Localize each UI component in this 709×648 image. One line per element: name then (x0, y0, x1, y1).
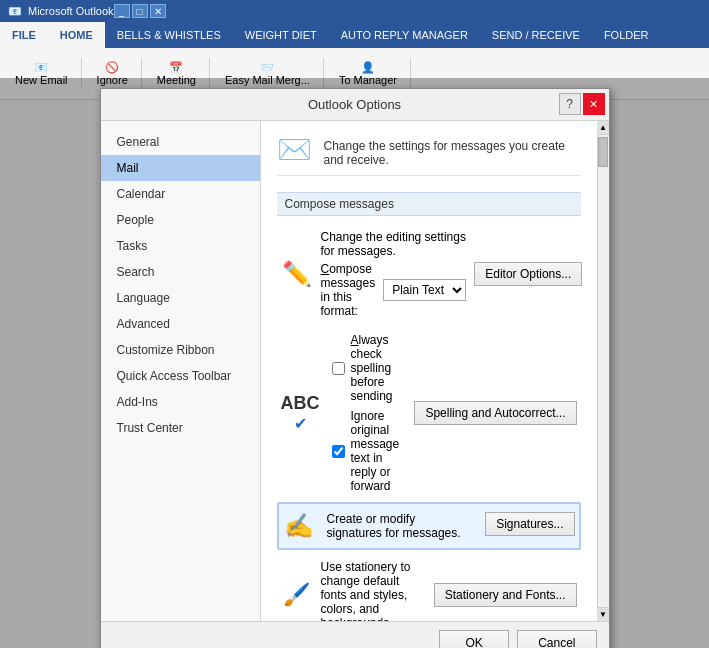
dialog-title-bar: Outlook Options ? ✕ (101, 89, 609, 121)
signatures-label: Create or modify signatures for messages… (327, 512, 461, 540)
compose-section-header: Compose messages (277, 192, 581, 216)
modal-overlay: Outlook Options ? ✕ General Mail Calenda… (0, 78, 709, 648)
spelling-row: ABC ✔ Always check spelling before sendi… (277, 324, 581, 502)
scroll-down-btn[interactable]: ▼ (597, 607, 609, 621)
tab-home[interactable]: HOME (48, 22, 105, 48)
app-icon: 📧 (8, 5, 22, 18)
nav-item-search[interactable]: Search (101, 259, 260, 285)
spelling-icons: ABC ✔ (281, 393, 320, 433)
tab-folder[interactable]: FOLDER (592, 22, 661, 48)
scroll-thumb[interactable] (598, 137, 608, 167)
editor-option-content: Change the editing settings for messages… (321, 230, 467, 318)
signatures-row: ✍️ Create or modify signatures for messa… (277, 502, 581, 550)
nav-item-mail[interactable]: Mail (101, 155, 260, 181)
dialog-footer: OK Cancel (101, 621, 609, 648)
stationery-content: Use stationery to change default fonts a… (321, 560, 426, 621)
dialog-close-btn[interactable]: ✕ (583, 93, 605, 115)
nav-item-advanced[interactable]: Advanced (101, 311, 260, 337)
title-bar: 📧 Microsoft Outlook _ □ ✕ (0, 0, 709, 22)
spelling-checkbox-row: Always check spelling before sending (328, 330, 407, 406)
spelling-options: Always check spelling before sending Ign… (328, 330, 407, 496)
tab-autoreply[interactable]: AUTO REPLY MANAGER (329, 22, 480, 48)
dialog-nav: General Mail Calendar People Tasks Searc… (101, 121, 261, 621)
cancel-btn[interactable]: Cancel (517, 630, 596, 648)
editing-icon: ✏️ (281, 260, 313, 288)
spelling-autocorrect-btn[interactable]: Spelling and Autocorrect... (414, 401, 576, 425)
scroll-up-btn[interactable]: ▲ (597, 121, 609, 135)
signatures-content: Create or modify signatures for messages… (327, 512, 474, 540)
tab-bells[interactable]: BELLS & WHISTLES (105, 22, 233, 48)
content-header: ✉️ Change the settings for messages you … (277, 133, 581, 176)
abc-icon: ABC (281, 393, 320, 414)
ribbon-tabs: FILE HOME BELLS & WHISTLES WEIGHT DIET A… (0, 22, 709, 48)
spelling-checkbox[interactable] (332, 362, 345, 375)
ok-btn[interactable]: OK (439, 630, 509, 648)
new-email-icon: 📧 (34, 61, 48, 74)
tab-weight[interactable]: WEIGHT DIET (233, 22, 329, 48)
signatures-btn[interactable]: Signatures... (485, 512, 574, 536)
format-row: Compose messages in this format: Plain T… (321, 262, 467, 318)
mail-merge-icon: 📨 (260, 61, 274, 74)
close-app-btn[interactable]: ✕ (150, 4, 166, 18)
ignore-checkbox-row: Ignore original message text in reply or… (328, 406, 407, 496)
stationery-fonts-btn[interactable]: Stationery and Fonts... (434, 583, 577, 607)
scrollbar: ▲ ▼ (597, 121, 609, 621)
nav-item-language[interactable]: Language (101, 285, 260, 311)
meeting-icon: 📅 (169, 61, 183, 74)
nav-item-quick-access[interactable]: Quick Access Toolbar (101, 363, 260, 389)
maximize-btn[interactable]: □ (132, 4, 148, 18)
nav-item-trust-center[interactable]: Trust Center (101, 415, 260, 441)
format-label: Compose messages in this format: (321, 262, 376, 318)
nav-item-calendar[interactable]: Calendar (101, 181, 260, 207)
ignore-label: Ignore original message text in reply or… (351, 409, 403, 493)
signature-icon: ✍️ (283, 512, 315, 540)
content-header-text: Change the settings for messages you cre… (324, 133, 581, 167)
stationery-row: 🖌️ Use stationery to change default font… (277, 554, 581, 621)
ignore-icon: 🚫 (105, 61, 119, 74)
nav-item-add-ins[interactable]: Add-Ins (101, 389, 260, 415)
manager-icon: 👤 (361, 61, 375, 74)
nav-item-people[interactable]: People (101, 207, 260, 233)
stationery-label: Use stationery to change default fonts a… (321, 560, 411, 621)
nav-item-general[interactable]: General (101, 129, 260, 155)
title-bar-controls: _ □ ✕ (114, 4, 166, 18)
dialog-body: General Mail Calendar People Tasks Searc… (101, 121, 609, 621)
nav-item-tasks[interactable]: Tasks (101, 233, 260, 259)
dialog-title: Outlook Options (109, 97, 601, 112)
title-bar-text: Microsoft Outlook (28, 5, 114, 17)
mail-envelope-icon: ✉️ (277, 133, 312, 166)
tab-send-receive[interactable]: SEND / RECEIVE (480, 22, 592, 48)
tab-file[interactable]: FILE (0, 22, 48, 48)
spelling-label: Always check spelling before sending (351, 333, 403, 403)
editor-options-btn[interactable]: Editor Options... (474, 262, 582, 286)
dialog-controls: ? ✕ (559, 93, 605, 115)
minimize-btn[interactable]: _ (114, 4, 130, 18)
outlook-window: 📧 Microsoft Outlook _ □ ✕ FILE HOME BELL… (0, 0, 709, 648)
stationery-icon: 🖌️ (281, 582, 313, 608)
editing-label: Change the editing settings for messages… (321, 230, 467, 258)
options-dialog: Outlook Options ? ✕ General Mail Calenda… (100, 88, 610, 648)
content-area: ✉️ Change the settings for messages you … (261, 121, 609, 621)
nav-item-customize-ribbon[interactable]: Customize Ribbon (101, 337, 260, 363)
dialog-help-btn[interactable]: ? (559, 93, 581, 115)
ignore-checkbox[interactable] (332, 445, 345, 458)
dialog-content: ✉️ Change the settings for messages you … (261, 121, 597, 621)
editor-options-row: ✏️ Change the editing settings for messa… (277, 224, 581, 324)
check-mark-icon: ✔ (294, 414, 307, 433)
format-select[interactable]: Plain Text HTML Rich Text (383, 279, 466, 301)
